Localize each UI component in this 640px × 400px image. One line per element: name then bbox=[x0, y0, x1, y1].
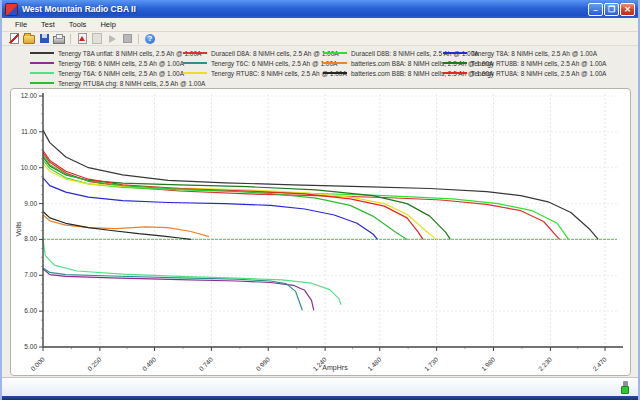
start-test-button[interactable] bbox=[106, 33, 118, 44]
notes-icon-disabled bbox=[92, 33, 102, 44]
legend-swatch bbox=[183, 72, 207, 74]
y-tick-label: 5.00 bbox=[24, 343, 37, 350]
open-file-icon bbox=[23, 35, 35, 44]
legend-label: Duracell D8A: 8 NiMH cells, 2.5 Ah @ 1.0… bbox=[211, 50, 339, 57]
x-tick-label: 0.990 bbox=[254, 355, 271, 372]
series-duracell-d8b bbox=[43, 160, 569, 240]
stop-test-icon bbox=[123, 34, 132, 43]
legend-item: Tenergy T6A: 6 NiMH cells, 2.5 Ah @ 1.00… bbox=[30, 68, 205, 78]
legend-swatch bbox=[30, 52, 54, 54]
window-title: West Mountain Radio CBA II bbox=[22, 4, 588, 14]
series-batteries-com-b8a bbox=[43, 215, 209, 237]
legend-label: Tenergy T8A unflat: 8 NiMH cells, 2.5 Ah… bbox=[58, 50, 201, 57]
menu-bar: File Test Tools Help bbox=[2, 18, 638, 32]
help-icon: ? bbox=[145, 34, 155, 44]
legend-column: Tenergy T8A: 8 NiMH cells, 2.5 Ah @ 1.00… bbox=[443, 48, 606, 78]
new-test-button[interactable] bbox=[8, 33, 20, 44]
chart-legend: Tenergy T8A unflat: 8 NiMH cells, 2.5 Ah… bbox=[2, 46, 638, 86]
legend-swatch bbox=[183, 62, 207, 64]
legend-swatch bbox=[323, 72, 347, 74]
window-bottom-border bbox=[2, 396, 638, 400]
save-icon bbox=[40, 34, 49, 43]
x-tick-label: 2.230 bbox=[537, 355, 554, 372]
legend-item: Tenergy T8A: 8 NiMH cells, 2.5 Ah @ 1.00… bbox=[443, 48, 606, 58]
app-window: West Mountain Radio CBA II – ❐ ✕ File Te… bbox=[0, 0, 640, 400]
minimize-button[interactable]: – bbox=[588, 3, 603, 16]
legend-label: Tenergy RTU8A: 8 NiMH cells, 2.5 Ah @ 1.… bbox=[471, 70, 606, 77]
legend-label: Tenergy T6B: 6 NiMH cells, 2.5 Ah @ 1.00… bbox=[58, 60, 184, 67]
legend-swatch bbox=[443, 52, 467, 54]
upload-calibrate-icon bbox=[78, 33, 87, 44]
legend-label: Tenergy T8A: 8 NiMH cells, 2.5 Ah @ 1.00… bbox=[471, 50, 597, 57]
close-button[interactable]: ✕ bbox=[620, 3, 635, 16]
usb-connected-icon bbox=[621, 381, 630, 392]
x-tick-label: 1.730 bbox=[423, 355, 440, 372]
series-tenergy-t8a bbox=[43, 178, 378, 240]
x-axis-label: AmpHrs bbox=[322, 364, 348, 372]
print-icon bbox=[53, 36, 65, 44]
y-tick-label: 8.00 bbox=[24, 235, 37, 242]
series-tenergy-t6c bbox=[43, 268, 302, 310]
title-bar[interactable]: West Mountain Radio CBA II – ❐ ✕ bbox=[2, 0, 638, 18]
save-button[interactable] bbox=[38, 33, 50, 44]
legend-item: Tenergy RTU8A chg: 8 NiMH cells, 2.5 Ah … bbox=[30, 78, 205, 88]
legend-swatch bbox=[323, 52, 347, 54]
legend-label: Tenergy T6A: 6 NiMH cells, 2.5 Ah @ 1.00… bbox=[58, 70, 184, 77]
y-tick-label: 7.00 bbox=[24, 271, 37, 278]
restore-button[interactable]: ❐ bbox=[604, 3, 619, 16]
legend-swatch bbox=[443, 62, 467, 64]
legend-swatch bbox=[30, 62, 54, 64]
menu-help[interactable]: Help bbox=[93, 20, 122, 29]
chart-panel: 5.006.007.008.009.0010.0011.0012.000.000… bbox=[10, 88, 631, 376]
legend-swatch bbox=[30, 82, 54, 84]
x-tick-label: 0.250 bbox=[86, 355, 103, 372]
toolbar-separator bbox=[138, 34, 139, 44]
open-file-button[interactable] bbox=[23, 33, 35, 44]
legend-swatch bbox=[183, 52, 207, 54]
toolbar: ? bbox=[2, 32, 638, 46]
x-tick-label: 0.000 bbox=[29, 355, 46, 372]
stop-test-button[interactable] bbox=[121, 33, 133, 44]
menu-test[interactable]: Test bbox=[34, 20, 62, 29]
upload-button[interactable] bbox=[76, 33, 88, 44]
legend-swatch bbox=[30, 72, 54, 74]
menu-tools[interactable]: Tools bbox=[62, 20, 94, 29]
series-duracell-d8a bbox=[43, 153, 560, 240]
y-tick-label: 10.00 bbox=[21, 164, 38, 171]
legend-column: Tenergy T8A unflat: 8 NiMH cells, 2.5 Ah… bbox=[30, 48, 205, 88]
client-area: Tenergy T8A unflat: 8 NiMH cells, 2.5 Ah… bbox=[2, 46, 638, 378]
x-tick-label: 1.980 bbox=[480, 355, 497, 372]
notes-button[interactable] bbox=[91, 33, 103, 44]
help-button[interactable]: ? bbox=[144, 33, 156, 44]
x-tick-label: 0.490 bbox=[141, 355, 158, 372]
legend-label: Tenergy RTU8A chg: 8 NiMH cells, 2.5 Ah … bbox=[58, 80, 205, 87]
menu-file[interactable]: File bbox=[8, 20, 34, 29]
legend-item: Tenergy T6B: 6 NiMH cells, 2.5 Ah @ 1.00… bbox=[30, 58, 205, 68]
status-bar bbox=[2, 377, 638, 396]
legend-label: Tenergy RTU8B: 8 NiMH cells, 2.5 Ah @ 1.… bbox=[471, 60, 606, 67]
start-test-icon bbox=[109, 35, 116, 43]
toolbar-separator bbox=[70, 34, 71, 44]
y-axis-label: Volts bbox=[15, 221, 22, 237]
y-tick-label: 6.00 bbox=[24, 307, 37, 314]
app-icon bbox=[5, 3, 18, 16]
legend-swatch bbox=[443, 72, 467, 74]
y-tick-label: 11.00 bbox=[21, 128, 37, 135]
y-tick-label: 12.00 bbox=[21, 92, 38, 99]
print-button[interactable] bbox=[53, 33, 65, 44]
legend-item: Tenergy RTU8A: 8 NiMH cells, 2.5 Ah @ 1.… bbox=[443, 68, 606, 78]
x-tick-label: 0.740 bbox=[198, 355, 215, 372]
legend-item: Tenergy T8A unflat: 8 NiMH cells, 2.5 Ah… bbox=[30, 48, 205, 58]
legend-item: Tenergy RTU8B: 8 NiMH cells, 2.5 Ah @ 1.… bbox=[443, 58, 606, 68]
x-tick-label: 1.480 bbox=[366, 355, 383, 372]
legend-swatch bbox=[323, 62, 347, 64]
y-tick-label: 9.00 bbox=[24, 200, 37, 207]
discharge-chart: 5.006.007.008.009.0010.0011.0012.000.000… bbox=[11, 89, 630, 375]
legend-label: Tenergy T6C: 6 NiMH cells, 2.5 Ah @ 1.00… bbox=[211, 60, 337, 67]
x-tick-label: 2.470 bbox=[591, 355, 608, 372]
